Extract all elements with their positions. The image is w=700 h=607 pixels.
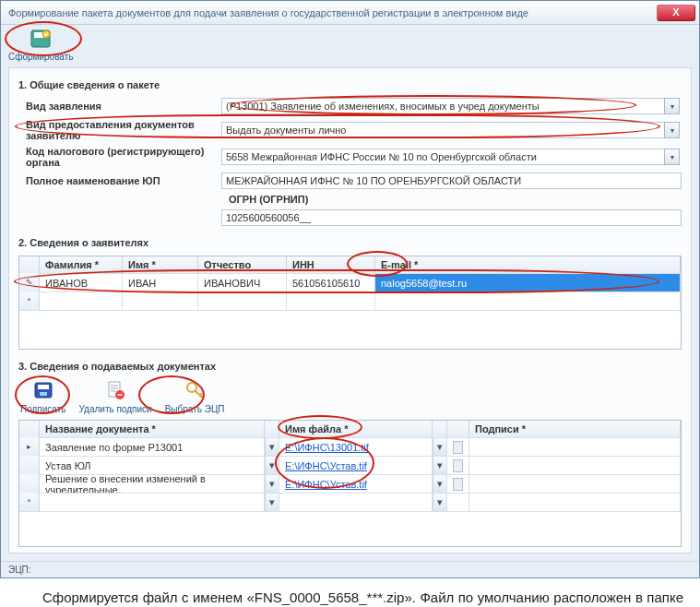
svg-rect-4 — [38, 385, 49, 389]
doc-name-dropdown[interactable]: ▾ — [265, 437, 279, 456]
sign-button[interactable]: Подписать — [20, 379, 66, 414]
documents-grid: Название документа * Имя файла * Подписи… — [18, 420, 682, 547]
col-otch: Отчество — [198, 256, 287, 273]
col-file: Имя файла * — [279, 421, 433, 437]
choose-label: Выбрать ЭЦП — [165, 404, 225, 414]
cell-fam[interactable]: ИВАНОВ — [40, 273, 123, 292]
doc-toolbar: Подписать Удалить подписи Выбрать ЭЦП — [20, 379, 682, 414]
row-indicator-icon: ▸ — [19, 437, 40, 456]
file-dropdown[interactable]: ▾ — [433, 437, 447, 456]
form-package-label: Сформировать — [8, 52, 74, 62]
cell-doc-name[interactable]: Заявление по форме Р13001 — [40, 437, 265, 456]
table-row-empty[interactable]: * ▾▾ — [19, 493, 681, 511]
sig-box[interactable] — [453, 441, 463, 454]
dropdown-vid-pred[interactable]: ▾ — [664, 122, 680, 138]
applicants-grid: Фамилия * Имя * Отчество ИНН E-mail * ✎ … — [18, 256, 682, 350]
applicants-header: Фамилия * Имя * Отчество ИНН E-mail * — [19, 256, 681, 273]
col-fam: Фамилия * — [40, 256, 123, 273]
delete-label: Удалить подписи — [79, 404, 152, 414]
svg-rect-5 — [40, 392, 47, 396]
col-inn: ИНН — [287, 256, 375, 273]
col-doc-name: Название документа * — [40, 421, 265, 437]
caption-text: Сформируется файл с именем «FNS_0000_565… — [0, 578, 700, 607]
label-vid-pred: Вид предоставления документов заявителю — [18, 119, 221, 141]
input-vid-pred[interactable] — [221, 122, 665, 138]
cell-doc-name[interactable]: Устав ЮЛ — [40, 456, 265, 474]
close-button[interactable]: X — [657, 5, 695, 21]
cell-name[interactable]: ИВАН — [123, 273, 198, 292]
content-panel: 1. Общие сведения о пакете Вид заявления… — [8, 67, 692, 553]
input-vid-zayav[interactable] — [221, 98, 665, 114]
cell-email[interactable]: nalog5658@test.ru — [375, 273, 681, 292]
label-ogrn: ОГРН (ОГРНИП) — [221, 194, 665, 205]
row-new-icon: * — [19, 493, 40, 511]
sig-box[interactable] — [453, 459, 463, 472]
key-icon — [183, 379, 207, 401]
row-new-icon: * — [19, 292, 40, 310]
col-sig: Подписи * — [469, 421, 681, 437]
dropdown-kod-nalog[interactable]: ▾ — [664, 149, 680, 165]
file-dropdown[interactable]: ▾ — [433, 474, 447, 493]
input-poln-naim[interactable] — [221, 173, 682, 189]
label-kod-nalog: Код налогового (регистрирующего) органа — [18, 146, 221, 168]
table-row[interactable]: Устав ЮЛ ▾ E:\ИФНС\Устав.tif ▾ — [19, 456, 681, 474]
caption-p1: Сформируется файл с именем «FNS_0000_565… — [17, 588, 683, 607]
form-package-button[interactable]: Сформировать — [8, 28, 74, 62]
table-row[interactable]: ▸ Заявление по форме Р13001 ▾ E:\ИФНС\13… — [19, 437, 681, 456]
section1-form: Вид заявления ▾ Вид предоставления докум… — [18, 98, 682, 226]
table-row[interactable]: ✎ ИВАНОВ ИВАН ИВАНОВИЧ 561056105610 nalo… — [19, 273, 681, 292]
col-email: E-mail * — [375, 256, 681, 273]
sig-box[interactable] — [453, 478, 463, 491]
sign-label: Подписать — [20, 404, 66, 414]
titlebar: Формирование пакета документов для подач… — [1, 1, 699, 25]
toolbar: Сформировать — [1, 25, 699, 67]
col-name: Имя * — [123, 256, 198, 273]
input-ogrn[interactable] — [221, 209, 682, 226]
file-link[interactable]: E:\ИФНС\13001.tif — [285, 442, 369, 453]
section2-title: 2. Сведения о заявителях — [18, 237, 682, 248]
cell-otch[interactable]: ИВАНОВИЧ — [198, 273, 287, 292]
status-bar: ЭЦП: — [1, 561, 699, 577]
section1-title: 1. Общие сведения о пакете — [18, 79, 682, 90]
file-dropdown[interactable]: ▾ — [433, 456, 447, 474]
app-window: Формирование пакета документов для подач… — [0, 0, 700, 578]
row-indicator-icon: ✎ — [19, 273, 40, 292]
doc-name-dropdown[interactable]: ▾ — [265, 474, 279, 493]
status-text: ЭЦП: — [8, 565, 31, 575]
dropdown-vid-zayav[interactable]: ▾ — [664, 98, 680, 114]
choose-ecp-button[interactable]: Выбрать ЭЦП — [165, 379, 225, 414]
cell-doc-name[interactable]: Решение о внесении изменений в учредител… — [40, 474, 265, 493]
label-vid-zayav: Вид заявления — [18, 101, 221, 112]
section3-title: 3. Сведения о подаваемых документах — [18, 361, 682, 372]
form-package-icon — [28, 28, 53, 50]
delete-icon — [103, 379, 127, 401]
table-row[interactable]: Решение о внесении изменений в учредител… — [19, 474, 681, 493]
table-row-empty[interactable]: * — [19, 292, 681, 310]
input-kod-nalog[interactable] — [221, 149, 665, 165]
file-link[interactable]: E:\ИФНС\Устав.tif — [285, 460, 367, 471]
doc-name-dropdown[interactable]: ▾ — [265, 456, 279, 474]
cell-inn[interactable]: 561056105610 — [287, 273, 375, 292]
delete-signatures-button[interactable]: Удалить подписи — [79, 379, 152, 414]
sign-icon — [31, 379, 55, 401]
window-title: Формирование пакета документов для подач… — [5, 7, 657, 18]
label-poln-naim: Полное наименование ЮП — [18, 175, 221, 186]
file-link[interactable]: E:\ИФНС\Устав.tif — [285, 479, 367, 490]
